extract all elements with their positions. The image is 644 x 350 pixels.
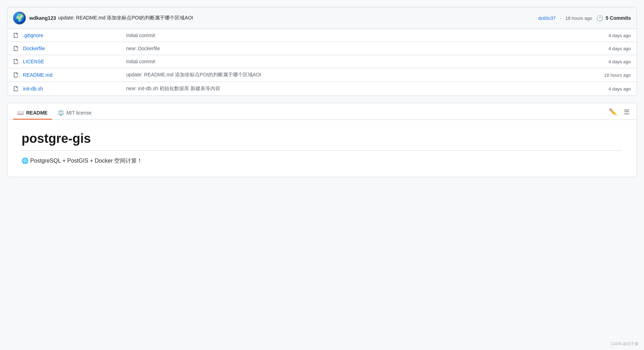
file-row: README.md update: README.md 添加坐标点POI的判断属… xyxy=(7,68,637,82)
file-commit-msg: new: Dockerfile xyxy=(126,46,584,51)
file-commit-msg: new: init-db.sh 初始化数据库 新建表等内容 xyxy=(126,86,584,92)
file-timestamp: 4 days ago xyxy=(589,46,631,51)
commits-link[interactable]: 🕐 5 Commits xyxy=(596,15,631,22)
file-row: init-db.sh new: init-db.sh 初始化数据库 新建表等内容… xyxy=(7,82,637,95)
toc-button[interactable]: ☰ xyxy=(622,107,631,117)
file-row: LICENSE Initial commit 4 days ago xyxy=(7,55,637,68)
readme-content: postgre-gis 🌐 PostgreSQL + PostGIS + Doc… xyxy=(7,120,637,177)
file-icon xyxy=(13,86,19,92)
file-commit-msg: Initial commit xyxy=(126,33,584,38)
readme-scales-icon: ⚖️ xyxy=(58,110,64,116)
file-commit-msg: update: README.md 添加坐标点POI的判断属于哪个区域AOI xyxy=(126,72,584,78)
tab-readme-label: README xyxy=(26,110,48,116)
separator-dot: · xyxy=(560,16,561,21)
clock-icon: 🕐 xyxy=(596,15,603,22)
readme-actions: ✏️ ☰ xyxy=(608,107,631,119)
document-svg-icon xyxy=(13,46,19,51)
document-svg-icon xyxy=(13,72,19,78)
file-timestamp: 4 days ago xyxy=(589,86,631,92)
file-icon xyxy=(13,33,19,38)
readme-description: 🌐 PostgreSQL + PostGIS + Docker 空间计算！ xyxy=(22,156,622,165)
readme-tabs: 📖 README ⚖️ MIT license xyxy=(13,107,96,119)
tab-readme[interactable]: 📖 README xyxy=(13,107,52,119)
commit-hash-link[interactable]: dc60c37 xyxy=(538,16,556,21)
file-name[interactable]: Dockerfile xyxy=(23,46,122,51)
file-timestamp: 4 days ago xyxy=(589,59,631,64)
tab-mit-label: MIT license xyxy=(66,110,92,116)
avatar-globe-icon: 🌍 xyxy=(15,13,24,23)
document-svg-icon xyxy=(13,59,19,64)
document-svg-icon xyxy=(13,86,19,92)
tab-mit-license[interactable]: ⚖️ MIT license xyxy=(53,107,96,119)
file-name[interactable]: init-db.sh xyxy=(23,86,122,92)
file-timestamp: 18 hours ago xyxy=(589,72,631,78)
list-icon: ☰ xyxy=(624,108,630,116)
readme-book-icon: 📖 xyxy=(17,110,24,116)
readme-header: 📖 README ⚖️ MIT license ✏️ ☰ xyxy=(7,103,637,120)
readme-title: postgre-gis xyxy=(22,131,622,151)
commits-count-label: 5 Commits xyxy=(605,15,631,21)
watermark: CSDN @武子康 xyxy=(611,341,638,346)
file-icon xyxy=(13,46,19,51)
repo-commit-header: 🌍 wdkang123 update: README.md 添加坐标点POI的判… xyxy=(7,7,637,29)
file-name[interactable]: .gitignore xyxy=(23,33,122,38)
commit-time: 18 hours ago xyxy=(566,16,592,21)
file-timestamp: 4 days ago xyxy=(589,33,631,38)
file-row: .gitignore Initial commit 4 days ago xyxy=(7,29,637,42)
commit-meta: dc60c37 · 18 hours ago 🕐 5 Commits xyxy=(538,15,631,22)
file-icon xyxy=(13,72,19,78)
file-name[interactable]: LICENSE xyxy=(23,59,122,64)
commit-author: wdkang123 xyxy=(29,15,56,21)
commit-info: wdkang123 update: README.md 添加坐标点POI的判断属… xyxy=(29,15,535,21)
readme-section: 📖 README ⚖️ MIT license ✏️ ☰ postgre-gis… xyxy=(7,103,637,177)
page-wrapper: 🌍 wdkang123 update: README.md 添加坐标点POI的判… xyxy=(0,0,644,350)
edit-readme-button[interactable]: ✏️ xyxy=(608,107,618,117)
pencil-icon: ✏️ xyxy=(609,108,617,116)
file-row: Dockerfile new: Dockerfile 4 days ago xyxy=(7,42,637,55)
repo-files-table: 🌍 wdkang123 update: README.md 添加坐标点POI的判… xyxy=(7,7,637,96)
file-name[interactable]: README.md xyxy=(23,72,122,78)
commit-message: update: README.md 添加坐标点POI的判断属于哪个区域AOI xyxy=(58,15,193,21)
document-svg-icon xyxy=(13,33,19,38)
file-icon xyxy=(13,59,19,64)
avatar: 🌍 xyxy=(13,12,26,24)
file-commit-msg: Initial commit xyxy=(126,59,584,64)
